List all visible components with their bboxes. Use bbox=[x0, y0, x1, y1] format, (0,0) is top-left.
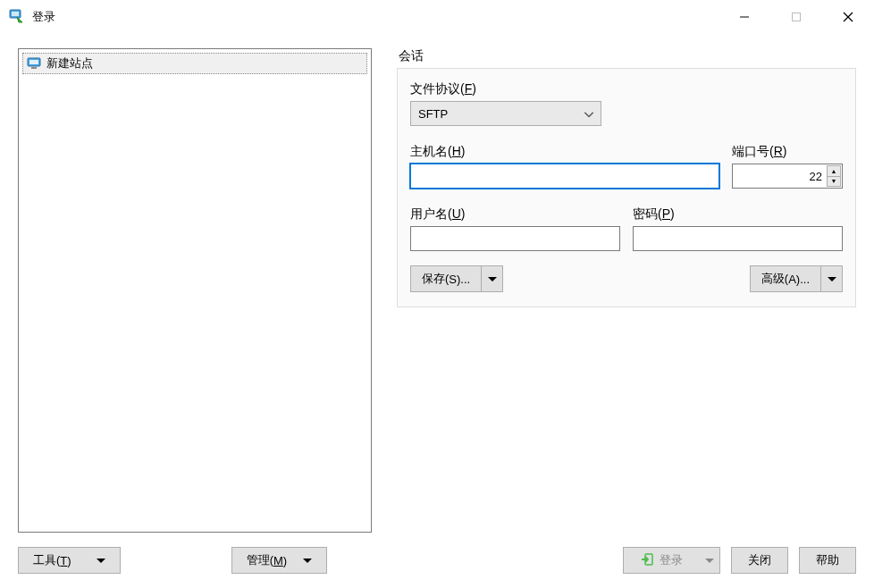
sites-panel: 新建站点 bbox=[18, 48, 372, 533]
site-item[interactable]: 新建站点 bbox=[22, 53, 367, 74]
save-button-dropdown[interactable] bbox=[482, 265, 503, 292]
session-box: 文件协议(F) SFTP 主机名(H) 端口号(R) bbox=[397, 68, 856, 307]
session-group-label: 会话 bbox=[397, 48, 856, 64]
monitor-icon bbox=[27, 56, 41, 71]
save-button[interactable]: 保存(S)... bbox=[410, 265, 503, 292]
password-input[interactable] bbox=[633, 226, 843, 251]
caret-down-icon bbox=[303, 559, 312, 563]
caret-down-icon bbox=[828, 277, 836, 281]
protocol-select[interactable]: SFTP bbox=[410, 101, 601, 126]
advanced-button-main[interactable]: 高级(A)... bbox=[750, 265, 821, 292]
svg-rect-7 bbox=[29, 60, 38, 64]
login-button-main[interactable]: 登录 bbox=[623, 547, 699, 574]
minimize-button[interactable] bbox=[719, 0, 770, 34]
manage-button-main[interactable]: 管理(M) bbox=[231, 547, 328, 574]
login-icon bbox=[640, 552, 654, 569]
sites-list[interactable]: 新建站点 bbox=[18, 48, 372, 533]
port-spinner[interactable]: ▲ ▼ bbox=[827, 165, 841, 187]
protocol-value: SFTP bbox=[418, 107, 448, 121]
port-label: 端口号(R) bbox=[732, 144, 843, 160]
protocol-label: 文件协议(F) bbox=[410, 81, 843, 97]
port-step-down[interactable]: ▼ bbox=[828, 176, 840, 187]
advanced-button[interactable]: 高级(A)... bbox=[750, 265, 843, 292]
window-title: 登录 bbox=[32, 9, 55, 25]
site-item-label: 新建站点 bbox=[46, 55, 93, 71]
password-label: 密码(P) bbox=[633, 206, 843, 223]
tools-button[interactable]: 工具(T) bbox=[18, 547, 121, 574]
svg-rect-1 bbox=[12, 12, 19, 16]
tools-button-main[interactable]: 工具(T) bbox=[18, 547, 121, 574]
save-button-main[interactable]: 保存(S)... bbox=[410, 265, 482, 292]
app-icon bbox=[9, 9, 25, 25]
window-controls bbox=[719, 0, 874, 34]
caret-down-icon bbox=[488, 277, 497, 281]
session-panel: 会话 文件协议(F) SFTP 主机名(H) bbox=[397, 48, 856, 533]
close-button[interactable] bbox=[822, 0, 874, 34]
manage-button[interactable]: 管理(M) bbox=[231, 547, 328, 574]
help-button[interactable]: 帮助 bbox=[799, 547, 856, 574]
chevron-down-icon bbox=[584, 107, 593, 121]
login-button-label: 登录 bbox=[660, 552, 683, 568]
svg-rect-3 bbox=[793, 13, 801, 21]
login-button-dropdown[interactable] bbox=[699, 547, 720, 574]
host-input[interactable] bbox=[410, 164, 719, 189]
close-button-label: 关闭 bbox=[748, 552, 771, 568]
titlebar: 登录 bbox=[0, 0, 874, 34]
host-label: 主机名(H) bbox=[410, 144, 719, 160]
username-label: 用户名(U) bbox=[410, 206, 620, 223]
bottom-bar: 工具(T) 管理(M) 登录 关闭 帮助 bbox=[0, 543, 874, 577]
username-input[interactable] bbox=[410, 226, 620, 251]
advanced-button-dropdown[interactable] bbox=[821, 265, 843, 292]
maximize-button[interactable] bbox=[770, 0, 822, 34]
close-dialog-button[interactable]: 关闭 bbox=[731, 547, 788, 574]
svg-rect-8 bbox=[31, 67, 37, 69]
help-button-label: 帮助 bbox=[816, 552, 839, 568]
login-button[interactable]: 登录 bbox=[623, 547, 720, 574]
port-step-up[interactable]: ▲ bbox=[828, 166, 840, 176]
caret-down-icon bbox=[97, 559, 105, 563]
caret-down-icon bbox=[705, 559, 714, 563]
